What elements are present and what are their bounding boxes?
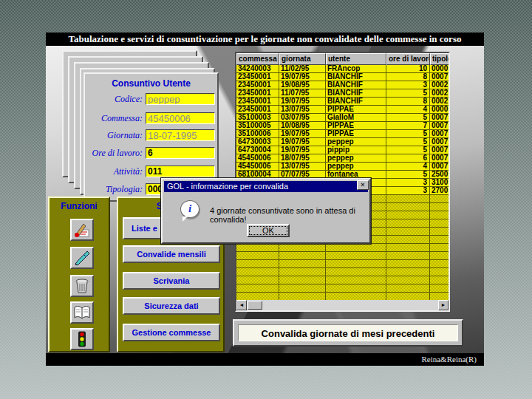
table-cell: 64730003 <box>236 138 279 146</box>
traffic-light-button[interactable] <box>70 328 94 350</box>
table-row[interactable]: 2345000119/07/95BIANCHIF80007 <box>236 73 449 81</box>
fountain-pen-button[interactable] <box>70 247 94 269</box>
table-cell: 5 <box>386 130 430 137</box>
commessa-field[interactable] <box>146 112 215 124</box>
col-header-commessa[interactable]: commessa <box>236 53 279 65</box>
table-cell: 19/08/95 <box>279 81 326 89</box>
col-header-utente[interactable]: utente <box>326 53 386 65</box>
tipologia-label: Tipologia: <box>85 184 143 195</box>
table-row[interactable]: 3424000311/02/95FRAncop100000 <box>236 65 449 73</box>
table-cell: peppep <box>326 154 386 162</box>
col-header-tipologia[interactable]: tipologia <box>430 53 449 65</box>
col-header-ore-di-lavoro[interactable]: ore di lavoro <box>386 53 430 65</box>
table-cell: 11/07/95 <box>279 89 326 97</box>
table-cell: 5 <box>386 171 430 178</box>
table-cell: 0002 <box>430 81 449 89</box>
mountain-background: Consuntivo Utente Codice: Commessa: Gior… <box>46 46 484 353</box>
table-cell: PIPPAE <box>326 122 386 129</box>
table-cell: 2500 <box>430 171 449 178</box>
table-cell: 0002 <box>430 98 449 105</box>
table-cell: 0007 <box>430 122 449 129</box>
info-icon: i <box>180 200 200 218</box>
table-row[interactable]: 3510000510/08/95PIPPAE70007 <box>236 122 449 130</box>
sicurezza-dati-button[interactable]: Sicurezza dati <box>123 297 220 315</box>
table-cell: 03/07/95 <box>279 114 326 121</box>
table-row[interactable]: 2345000111/07/95BIANCHIF50002 <box>236 89 449 98</box>
table-row[interactable]: 2345000113/07/95PIPPAE40000 <box>236 106 449 114</box>
table-cell: 0007 <box>430 114 449 121</box>
table-cell: 2700 <box>430 187 449 194</box>
convalida-mesi-precedenti-button[interactable]: Convalida giornate di mesi precedenti <box>233 319 463 347</box>
trash-icon <box>72 278 92 294</box>
table-cell: 23450001 <box>236 106 279 113</box>
table-cell: 45450006 <box>236 154 279 162</box>
table-cell: 8 <box>386 98 430 105</box>
table-cell: 3100 <box>430 179 449 186</box>
table-cell: 0002 <box>430 89 449 97</box>
table-cell: 13/07/95 <box>279 163 326 170</box>
sign-pen-icon <box>72 222 92 238</box>
table-cell: 07/07/95 <box>279 171 326 178</box>
trash-button[interactable] <box>70 275 94 297</box>
table-cell: 64730004 <box>236 146 279 154</box>
table-row[interactable]: 3510000619/07/95PIPPAE50007 <box>236 130 449 138</box>
table-cell: 0007 <box>430 138 449 146</box>
table-cell: BIANCHIF <box>326 89 386 97</box>
table-cell: PIPPAE <box>326 106 386 113</box>
dialog-title: GOL - informazione per convalida <box>164 181 368 192</box>
table-row[interactable]: 4545000618/07/95peppep60007 <box>236 154 449 163</box>
table-row[interactable]: 2345000119/08/95BIANCHIF30002 <box>236 81 449 89</box>
table-cell: 23450001 <box>236 73 279 81</box>
table-cell: 7 <box>386 122 430 129</box>
codice-field[interactable] <box>146 93 215 105</box>
table-cell: PIPPAE <box>326 130 386 137</box>
scrollbar-thumb[interactable] <box>248 301 262 310</box>
table-cell: 19/07/95 <box>279 73 326 81</box>
ore-di-lavoro-field[interactable] <box>146 147 215 159</box>
table-cell: 4 <box>386 163 430 170</box>
table-row[interactable]: 3510000303/07/95GialloM50007 <box>236 114 449 122</box>
horizontal-scrollbar[interactable]: ◄ ► <box>236 300 449 310</box>
attivita-field[interactable] <box>146 166 215 177</box>
convalide-mensili-button[interactable]: Convalide mensili <box>123 245 220 263</box>
table-cell: 13/07/95 <box>279 106 326 113</box>
table-row[interactable]: 2345000119/07/95BIANCHIF80002 <box>236 98 449 106</box>
table-cell: 3 <box>386 81 430 89</box>
table-empty-row <box>236 244 449 252</box>
scrivania-button[interactable]: Scrivania <box>123 272 220 290</box>
table-row[interactable]: 6473000319/07/95peppep50007 <box>236 138 449 146</box>
table-cell: 10/08/95 <box>279 122 326 129</box>
gestione-commesse-button[interactable]: Gestione commesse <box>123 324 220 341</box>
table-cell: 8 <box>386 73 430 81</box>
table-cell: 0007 <box>430 146 449 154</box>
table-cell: 4 <box>386 106 430 113</box>
table-cell: 45450006 <box>236 163 279 170</box>
table-cell: 5 <box>386 114 430 121</box>
table-cell: 18/07/95 <box>279 154 326 162</box>
scroll-left-button[interactable]: ◄ <box>236 300 247 310</box>
ok-button[interactable]: OK <box>247 224 290 237</box>
scroll-right-button[interactable]: ► <box>438 300 449 310</box>
convalida-info-dialog: GOL - informazione per convalida × i 4 g… <box>161 178 371 244</box>
close-icon[interactable]: × <box>357 180 369 190</box>
table-cell: 23450001 <box>236 98 279 105</box>
table-cell: pippip <box>326 146 386 154</box>
table-cell: 19/07/95 <box>279 130 326 137</box>
sign-pen-button[interactable] <box>70 219 94 241</box>
col-header-giornata[interactable]: giornata <box>279 53 326 65</box>
fountain-pen-icon <box>72 250 92 266</box>
table-cell: BIANCHIF <box>326 81 386 89</box>
convalida-mesi-precedenti-label: Convalida giornate di mesi precedenti <box>238 324 458 341</box>
desktop-background: Tabulazione e servizi di consuntivazione… <box>0 0 532 399</box>
table-empty-row <box>236 252 449 260</box>
table-cell: 35100005 <box>236 122 279 129</box>
table-cell: 10 <box>386 65 430 72</box>
table-cell: peppep <box>326 163 386 170</box>
table-row[interactable]: 4545000613/07/95peppep40007 <box>236 163 449 171</box>
credit-text: Reina&Reina(R) <box>421 355 477 364</box>
book-button[interactable] <box>70 301 94 324</box>
table-row[interactable]: 6473000419/07/95pippip50007 <box>236 146 449 154</box>
table-cell: BIANCHIF <box>326 98 386 105</box>
table-cell: 5 <box>386 146 430 154</box>
giornata-field[interactable] <box>146 129 215 141</box>
